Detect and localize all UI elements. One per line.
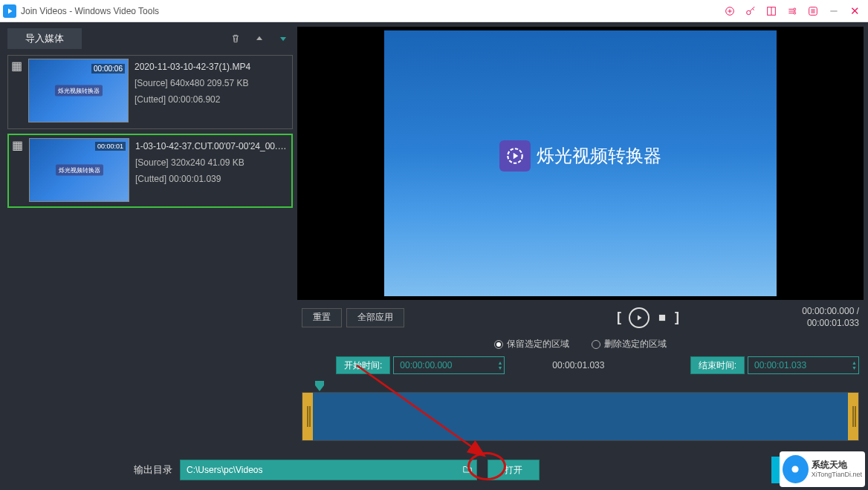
media-cutted: [Cutted] 00:00:01.039	[135, 174, 288, 184]
film-icon: ▦	[12, 138, 23, 203]
titlebar: Join Videos - Windows Video Tools ✕	[0, 0, 868, 22]
remove-region-label: 删除选定的区域	[604, 338, 667, 350]
thumbnail-badge: 烁光视频转换器	[55, 85, 103, 97]
timeline[interactable]	[302, 392, 859, 441]
media-filename: 1-03-10-42-37.CUT.00'07-00'24_00.00.0	[135, 141, 288, 151]
svg-rect-7	[659, 315, 665, 321]
stop-button[interactable]	[657, 313, 667, 323]
preview-logo-icon	[499, 140, 531, 172]
end-time-label: 结束时间:	[690, 356, 745, 374]
media-source: [Source] 320x240 41.09 KB	[135, 157, 288, 168]
end-time-input[interactable]: 00:00:01.033 ▲▼	[748, 356, 859, 374]
svg-point-3	[794, 8, 796, 10]
cart-icon[interactable]	[719, 2, 740, 20]
reset-button[interactable]: 重置	[302, 308, 342, 327]
site-watermark: 系统天地 XiTongTianDi.net	[780, 451, 865, 487]
total-time: 00:00:01.033	[802, 318, 859, 330]
keep-region-radio[interactable]: 保留选定的区域	[494, 338, 569, 350]
current-time: 00:00:00.000 /	[802, 306, 859, 318]
menu-icon[interactable]	[803, 2, 823, 20]
minimize-button[interactable]	[823, 2, 844, 20]
delete-icon[interactable]	[226, 29, 245, 48]
move-down-icon[interactable]	[273, 29, 293, 48]
thumbnail-badge: 烁光视频转换器	[56, 165, 103, 176]
remove-region-radio[interactable]: 删除选定的区域	[592, 338, 667, 350]
media-thumbnail: 00:00:01 烁光视频转换器	[29, 138, 129, 202]
svg-point-1	[747, 10, 751, 14]
range-duration: 00:00:01.033	[552, 360, 604, 370]
key-icon[interactable]	[740, 2, 761, 20]
video-preview: 烁光视频转换器	[297, 27, 864, 300]
layout-icon[interactable]	[761, 2, 782, 20]
start-time-label: 开始时间:	[336, 356, 390, 374]
move-up-icon[interactable]	[250, 29, 269, 48]
media-item[interactable]: ▦ 00:00:01 烁光视频转换器 1-03-10-42-37.CUT.00'…	[7, 134, 293, 208]
settings-icon[interactable]	[782, 2, 803, 20]
keep-region-label: 保留选定的区域	[507, 338, 569, 350]
folder-icon[interactable]	[461, 464, 473, 477]
svg-point-10	[792, 466, 799, 472]
import-media-button[interactable]: 导入媒体	[7, 28, 82, 49]
media-item[interactable]: ▦ 00:00:06 烁光视频转换器 2020-11-03-10-42-37(1…	[7, 55, 293, 129]
media-cutted: [Cutted] 00:00:06.902	[135, 94, 289, 105]
apply-all-button[interactable]: 全部应用	[346, 308, 404, 327]
output-dir-label: 输出目录	[134, 463, 172, 477]
trim-handle-left[interactable]	[302, 393, 313, 440]
open-button[interactable]: 打开	[488, 460, 540, 480]
bracket-end-icon[interactable]: ]	[675, 310, 679, 325]
output-path-field[interactable]: C:\Users\pc\Videos	[180, 460, 477, 480]
media-thumbnail: 00:00:06 烁光视频转换器	[28, 59, 129, 122]
window-title: Join Videos - Windows Video Tools	[21, 6, 159, 16]
svg-point-4	[794, 12, 796, 14]
preview-logo-text: 烁光视频转换器	[537, 144, 661, 168]
timeline-track[interactable]	[313, 393, 848, 440]
media-filename: 2020-11-03-10-42-37(1).MP4	[135, 62, 289, 72]
start-time-input[interactable]: 00:00:00.000 ▲▼	[393, 356, 505, 374]
watermark-title: 系统天地	[812, 460, 862, 470]
close-button[interactable]: ✕	[844, 2, 865, 20]
film-icon: ▦	[11, 59, 22, 125]
app-icon	[3, 4, 16, 18]
bracket-start-icon[interactable]: [	[617, 310, 621, 325]
media-sidebar: 导入媒体 ▦ 00:00:06 烁光视频转换器 2020-11-03-10-42…	[0, 22, 297, 450]
trim-handle-right[interactable]	[848, 393, 858, 440]
bottom-bar: 输出目录 C:\Users\pc\Videos 打开 合并	[0, 450, 868, 490]
watermark-url: XiTongTianDi.net	[812, 471, 862, 479]
play-button[interactable]	[629, 307, 650, 328]
thumbnail-duration: 00:00:01	[95, 142, 126, 151]
thumbnail-duration: 00:00:06	[91, 64, 125, 74]
media-source: [Source] 640x480 209.57 KB	[135, 78, 289, 88]
